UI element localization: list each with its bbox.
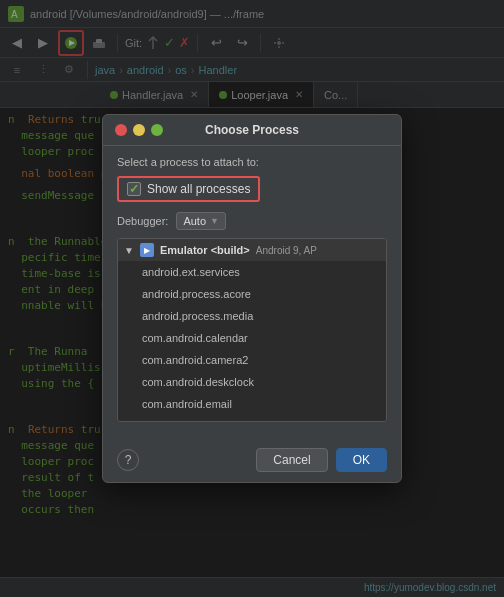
debugger-value: Auto	[183, 215, 206, 227]
dialog-footer: ? Cancel OK	[103, 442, 401, 482]
choose-process-dialog: Choose Process Select a process to attac…	[102, 114, 402, 483]
process-item[interactable]: android.process.acore	[118, 283, 386, 305]
process-item[interactable]: com.android.deskclock	[118, 371, 386, 393]
traffic-lights	[115, 124, 163, 136]
footer-buttons: Cancel OK	[256, 448, 387, 472]
select-arrow-icon: ▼	[210, 216, 219, 226]
help-button[interactable]: ?	[117, 449, 139, 471]
process-group-sub: Android 9, AP	[256, 245, 317, 256]
process-item[interactable]: com.android.calendar	[118, 327, 386, 349]
dialog-body: Select a process to attach to: ✓ Show al…	[103, 146, 401, 442]
close-window-button[interactable]	[115, 124, 127, 136]
process-group-name: Emulator <build>	[160, 244, 250, 256]
process-group-header[interactable]: ▼ ▶ Emulator <build> Android 9, AP	[118, 239, 386, 261]
expand-arrow-icon: ▼	[124, 245, 134, 256]
show-all-processes-row[interactable]: ✓ Show all processes	[117, 176, 260, 202]
minimize-window-button[interactable]	[133, 124, 145, 136]
debugger-select[interactable]: Auto ▼	[176, 212, 226, 230]
ok-button[interactable]: OK	[336, 448, 387, 472]
dialog-subtitle: Select a process to attach to:	[117, 156, 387, 168]
debugger-row: Debugger: Auto ▼	[117, 212, 387, 230]
process-item[interactable]: android.process.media	[118, 305, 386, 327]
debugger-label: Debugger:	[117, 215, 168, 227]
checkbox-check-icon: ✓	[129, 182, 139, 196]
modal-overlay: Choose Process Select a process to attac…	[0, 0, 504, 597]
process-item[interactable]: android.ext.services	[118, 261, 386, 283]
process-item[interactable]: com.android.email	[118, 393, 386, 415]
cancel-button[interactable]: Cancel	[256, 448, 327, 472]
show-all-processes-label: Show all processes	[147, 182, 250, 196]
process-list[interactable]: android.ext.servicesandroid.process.acor…	[118, 261, 386, 421]
process-list-container: ▼ ▶ Emulator <build> Android 9, AP andro…	[117, 238, 387, 422]
maximize-window-button[interactable]	[151, 124, 163, 136]
process-item[interactable]: com.android.inputmethod.latin	[118, 415, 386, 421]
show-all-processes-checkbox[interactable]: ✓	[127, 182, 141, 196]
emulator-icon: ▶	[140, 243, 154, 257]
dialog-title-bar: Choose Process	[103, 115, 401, 146]
process-item[interactable]: com.android.camera2	[118, 349, 386, 371]
